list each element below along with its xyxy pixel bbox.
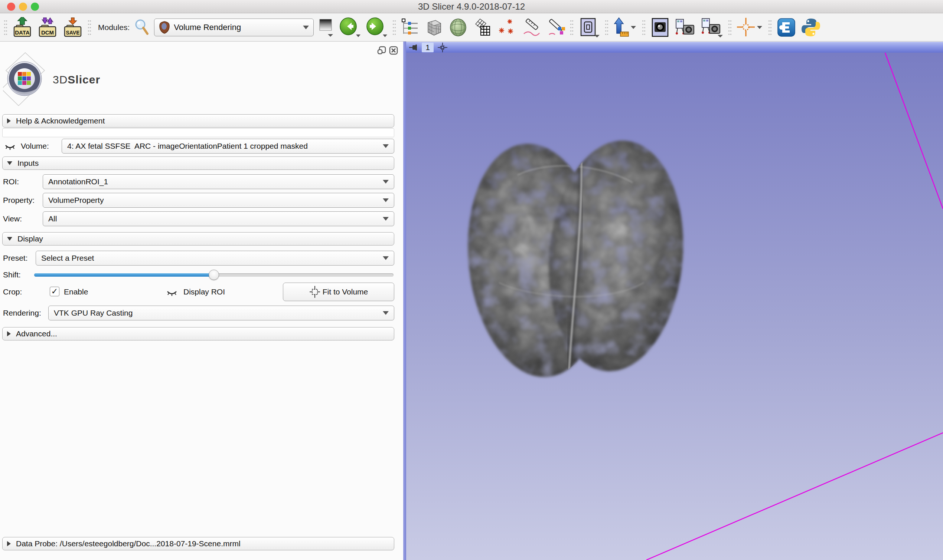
expanded-arrow-icon [7,162,12,165]
roi-selector[interactable]: AnnotationROI_1 [43,174,394,189]
undock-panel-button[interactable] [377,46,386,55]
back-button[interactable] [339,17,361,37]
crosshair-icon [736,17,764,38]
module-search-button[interactable] [134,19,150,36]
close-icon [389,46,398,55]
modules-label: Modules: [98,23,130,32]
rendering-selector[interactable]: VTK GPU Ray Casting [48,306,394,320]
toolbar-drag-handle[interactable] [768,19,772,35]
units-button[interactable] [613,17,637,38]
pin-icon[interactable] [408,43,418,52]
crosshair-button[interactable] [736,17,764,38]
display-section-header[interactable]: Display [2,232,394,246]
module-selector[interactable]: Volume Rendering [154,18,314,36]
screenshot-button[interactable] [578,17,600,38]
rendering-row: Rendering: VTK GPU Ray Casting [0,306,403,320]
volume-selector[interactable]: 4: AX fetal SSFSE ARC - imageOrientation… [62,139,394,154]
help-acknowledgement-section[interactable]: Help & Acknowledgement [2,114,394,128]
scene-view-button[interactable] [674,17,696,38]
visibility-eye-icon[interactable] [5,141,15,151]
title-bar: 3D Slicer 4.9.0-2018-07-12 [0,0,943,13]
module-hierarchy-button[interactable] [401,18,419,37]
close-panel-button[interactable] [389,46,398,55]
scene-view-menu-button[interactable] [701,17,724,38]
capture-view-button[interactable] [650,17,670,38]
collapsed-arrow-icon [7,118,11,123]
volume-render-canvas [406,53,943,560]
modules-history-button[interactable] [318,18,335,37]
fit-to-volume-icon [309,286,320,298]
shift-slider-handle[interactable] [208,269,219,280]
toolbar-drag-handle[interactable] [605,19,608,35]
property-selector[interactable]: VolumeProperty [43,193,394,208]
extensions-manager-button[interactable] [776,17,796,38]
chevron-down-icon [383,198,389,202]
collapsed-arrow-icon [7,541,11,546]
markups-button[interactable] [497,18,516,37]
volume-rendering-button[interactable] [448,17,468,37]
load-data-icon: DATA [12,17,33,38]
slicer-window: 3D Slicer 4.9.0-2018-07-12 DATA DCM [0,0,943,560]
toolbar-drag-handle[interactable] [642,19,646,35]
slicer-logo-icon [3,52,51,108]
shift-slider[interactable] [34,273,394,277]
save-scene-button[interactable]: SAVE [62,17,83,38]
preset-selector[interactable]: Select a Preset [35,251,394,266]
volume-rendering-module-icon [159,21,170,34]
load-dicom-button[interactable]: DCM [37,17,58,38]
module-panel: 3DSlicer Help & Acknowledgement Volume: … [0,42,403,560]
display-roi-eye-icon[interactable] [166,287,177,297]
fiducial-stars-icon [497,18,516,37]
svg-text:DCM: DCM [41,29,54,35]
panel-splitter[interactable] [403,42,406,560]
python-console-button[interactable] [801,17,821,38]
svg-text:DATA: DATA [15,29,30,35]
volume-row: Volume: 4: AX fetal SSFSE ARC - imageOri… [0,139,403,154]
forward-button[interactable] [366,17,388,37]
toolbar-drag-handle[interactable] [728,19,732,35]
crop-enable-label: Enable [64,288,88,296]
module-selector-value: Volume Rendering [174,23,299,32]
slicer-logo: 3DSlicer [3,52,100,108]
display-section-label: Display [17,234,43,243]
crop-enable-checkbox[interactable]: ✓ [50,287,59,296]
toolbar-drag-handle[interactable] [88,19,91,35]
view-crosshair-icon[interactable] [437,42,448,53]
threed-viewport[interactable] [406,53,943,560]
mesh-grid-icon [472,17,493,37]
transforms-button[interactable] [472,17,493,37]
advanced-section-header[interactable]: Advanced... [2,327,394,340]
roi-row: ROI: AnnotationROI_1 [0,174,403,189]
inputs-section-header[interactable]: Inputs [2,157,394,170]
fit-to-volume-button[interactable]: Fit to Volume [283,283,394,301]
toolbar-drag-handle[interactable] [4,19,8,35]
slicer-logo-text: 3DSlicer [53,74,100,86]
view-name-tab[interactable]: 1 [422,43,434,52]
load-data-button[interactable]: DATA [12,17,33,38]
crop-row: Crop: ✓ Enable Display ROI F [0,283,403,301]
window-title: 3D Slicer 4.9.0-2018-07-12 [0,0,943,13]
view-label: View: [3,214,22,223]
view-selector[interactable]: All [43,211,394,226]
history-icon [318,18,335,37]
scene-view-camera-icon [701,17,724,38]
advanced-section-label: Advanced... [16,329,57,338]
data-module-button[interactable] [424,17,444,37]
threed-view-header: 1 [406,42,943,53]
expanded-arrow-icon [7,237,12,241]
chevron-down-icon [383,256,389,260]
camera-icon [650,17,670,38]
view-row: View: All [0,211,403,226]
data-probe-bar[interactable]: Data Probe: /Users/esteegoldberg/Doc...2… [2,537,394,550]
toolbar-drag-handle[interactable] [392,19,396,35]
ruler-pen-icon [521,17,541,37]
forward-arrow-icon [366,17,388,37]
annotations-button[interactable] [545,17,565,37]
measure-button[interactable] [521,17,541,37]
toolbar-drag-handle[interactable] [570,19,574,35]
extensions-puzzle-icon [776,17,796,38]
roi-selector-value: AnnotationROI_1 [48,177,383,186]
main-toolbar: DATA DCM SAVE Modules: [0,14,943,42]
chevron-down-icon [303,26,309,29]
chevron-down-icon [383,144,389,148]
